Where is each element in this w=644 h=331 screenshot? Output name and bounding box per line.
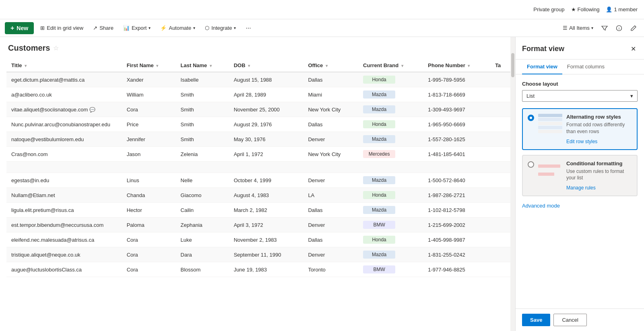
cell-lastname: Smith bbox=[176, 117, 229, 132]
table-row[interactable]: eget.dictum.placerat@mattis.ca Xander Is… bbox=[6, 72, 510, 87]
layout-dropdown[interactable]: List ▾ bbox=[522, 90, 638, 102]
all-items-button[interactable]: ☰ All Items ▾ bbox=[560, 23, 596, 33]
edit-row-styles-link[interactable]: Edit row styles bbox=[566, 139, 597, 144]
col-header-dob[interactable]: DOB ▾ bbox=[229, 59, 303, 72]
col-header-firstname[interactable]: First Name ▾ bbox=[122, 59, 176, 72]
svg-text:i: i bbox=[619, 27, 619, 31]
cell-ta bbox=[490, 117, 510, 132]
info-button[interactable]: i bbox=[613, 23, 625, 33]
cell-dob: August 15, 1988 bbox=[229, 72, 303, 87]
following-label: Following bbox=[578, 6, 600, 12]
table-row[interactable]: natoque@vestibulumlorem.edu Jennifer Smi… bbox=[6, 132, 510, 147]
col-header-ta[interactable]: Ta bbox=[490, 59, 510, 72]
cell-dob: November 25, 2000 bbox=[229, 102, 303, 117]
table-row[interactable]: Nullam@Etiam.net Chanda Giacomo August 4… bbox=[6, 188, 510, 203]
tab-format-columns[interactable]: Format columns bbox=[562, 60, 609, 74]
cell-phone: 1-977-946-8825 bbox=[423, 262, 490, 277]
alternating-row-option[interactable]: Alternating row styles Format odd rows d… bbox=[522, 108, 638, 150]
page-title-row: Customers ☆ bbox=[6, 43, 510, 53]
new-button[interactable]: + New bbox=[5, 22, 34, 34]
cell-dob: November 2, 1983 bbox=[229, 232, 303, 247]
tab-format-view[interactable]: Format view bbox=[522, 60, 562, 74]
table-row[interactable]: augue@luctuslobortisClass.ca Cora Blosso… bbox=[6, 262, 510, 277]
cell-title: eleifend.nec.malesuada@atrisus.ca bbox=[6, 232, 122, 247]
panel-close-button[interactable]: ✕ bbox=[629, 43, 638, 54]
cell-office: Dallas bbox=[303, 203, 358, 218]
cell-lastname: Smith bbox=[176, 87, 229, 102]
table-row[interactable]: eleifend.nec.malesuada@atrisus.ca Cora L… bbox=[6, 232, 510, 247]
cell-title: tristique.aliquet@neque.co.uk bbox=[6, 247, 122, 262]
col-header-office[interactable]: Office ▾ bbox=[303, 59, 358, 72]
toolbar: + New ⊞ Edit in grid view ↗ Share 📊 Expo… bbox=[0, 19, 644, 37]
more-options-button[interactable]: ··· bbox=[242, 23, 254, 33]
filter-button[interactable] bbox=[599, 23, 610, 33]
automate-button[interactable]: ⚡ Automate ▾ bbox=[157, 23, 198, 33]
table-row[interactable]: tristique.aliquet@neque.co.uk Cora Dara … bbox=[6, 247, 510, 262]
conditional-formatting-option[interactable]: Conditional formatting Use custom rules … bbox=[522, 155, 638, 197]
star-icon: ★ bbox=[571, 6, 576, 12]
cell-phone: 1-500-572-8640 bbox=[423, 173, 490, 188]
list-area: Customers ☆ Title ▾ First Name ▾ Last Na… bbox=[0, 37, 510, 331]
cell-firstname: Hector bbox=[122, 203, 176, 218]
cell-brand: BMW bbox=[358, 262, 423, 277]
advanced-mode-link[interactable]: Advanced mode bbox=[522, 203, 638, 209]
share-icon: ↗ bbox=[93, 25, 97, 31]
cell-title: Nunc.pulvinar.arcu@conubianostraper.edu bbox=[6, 117, 122, 132]
cell-dob: April 3, 1972 bbox=[229, 218, 303, 232]
following-button[interactable]: ★ Following bbox=[571, 6, 600, 12]
col-header-brand[interactable]: Current Brand ▾ bbox=[358, 59, 423, 72]
cell-title: natoque@vestibulumlorem.edu bbox=[6, 132, 122, 147]
table-row[interactable]: egestas@in.edu Linus Nelle October 4, 19… bbox=[6, 173, 510, 188]
cell-firstname: Jason bbox=[122, 147, 176, 162]
table-row[interactable]: a@aclibero.co.uk William Smith April 28,… bbox=[6, 87, 510, 102]
cell-firstname: Cora bbox=[122, 102, 176, 117]
col-header-title[interactable]: Title ▾ bbox=[6, 59, 122, 72]
cell-firstname: Xander bbox=[122, 72, 176, 87]
chat-icon: 💬 bbox=[89, 107, 95, 113]
cell-brand: Mazda bbox=[358, 173, 423, 188]
panel-tabs: Format view Format columns bbox=[516, 60, 644, 74]
cell-office: Denver bbox=[303, 218, 358, 232]
cell-brand: Mazda bbox=[358, 203, 423, 218]
cell-phone: 1-102-812-5798 bbox=[423, 203, 490, 218]
cell-phone: 1-481-185-6401 bbox=[423, 147, 490, 162]
export-button[interactable]: 📊 Export ▾ bbox=[120, 23, 154, 33]
top-bar-right: Private group ★ Following 👤 1 member bbox=[533, 6, 638, 12]
filter-icon: ☰ bbox=[563, 25, 568, 31]
share-button[interactable]: ↗ Share bbox=[90, 23, 117, 33]
favorite-star-icon[interactable]: ☆ bbox=[53, 44, 59, 52]
filter-funnel-icon bbox=[601, 25, 608, 31]
cell-firstname: Linus bbox=[122, 173, 176, 188]
scroll-thumb[interactable] bbox=[511, 53, 514, 77]
cancel-button[interactable]: Cancel bbox=[553, 314, 586, 326]
col-header-lastname[interactable]: Last Name ▾ bbox=[176, 59, 229, 72]
save-button[interactable]: Save bbox=[522, 314, 550, 326]
table-row[interactable]: Nunc.pulvinar.arcu@conubianostraper.edu … bbox=[6, 117, 510, 132]
edit-button[interactable] bbox=[628, 23, 639, 33]
integrate-button[interactable]: ⬡ Integrate ▾ bbox=[202, 23, 239, 33]
edit-grid-label: Edit in grid view bbox=[47, 25, 83, 31]
info-icon: i bbox=[616, 25, 622, 31]
table-row[interactable]: Cras@non.com Jason Zelenia April 1, 1972… bbox=[6, 147, 510, 162]
cell-ta bbox=[490, 203, 510, 218]
manage-rules-link[interactable]: Manage rules bbox=[566, 185, 596, 191]
page-title: Customers bbox=[8, 43, 50, 53]
cell-lastname: Isabelle bbox=[176, 72, 229, 87]
col-header-phone[interactable]: Phone Number ▾ bbox=[423, 59, 490, 72]
all-items-chevron-icon: ▾ bbox=[591, 26, 593, 30]
pencil-icon bbox=[630, 25, 637, 31]
member-button[interactable]: 👤 1 member bbox=[606, 6, 638, 12]
cell-ta bbox=[490, 87, 510, 102]
table-row[interactable]: vitae.aliquet@sociisnatoque.com💬 Cora Sm… bbox=[6, 102, 510, 117]
cell-ta bbox=[490, 188, 510, 203]
cell-lastname: Cailin bbox=[176, 203, 229, 218]
table-row[interactable]: ligula.elit.pretium@risus.ca Hector Cail… bbox=[6, 203, 510, 218]
cell-lastname: Zelenia bbox=[176, 147, 229, 162]
cell-brand: Honda bbox=[358, 72, 423, 87]
table-row[interactable]: est.tempor.bibendum@neccursusa.com Palom… bbox=[6, 218, 510, 232]
toolbar-right: ☰ All Items ▾ i bbox=[560, 23, 639, 33]
cell-dob: March 2, 1982 bbox=[229, 203, 303, 218]
cell-office: Toronto bbox=[303, 262, 358, 277]
conditional-radio bbox=[528, 161, 534, 168]
edit-grid-view-button[interactable]: ⊞ Edit in grid view bbox=[37, 23, 87, 33]
